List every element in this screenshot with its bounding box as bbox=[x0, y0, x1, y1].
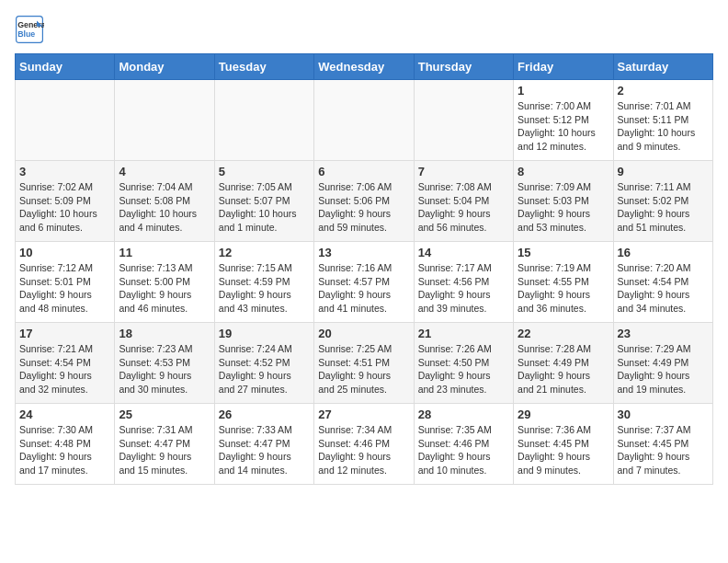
calendar-cell: 23Sunrise: 7:29 AM Sunset: 4:49 PM Dayli… bbox=[613, 323, 712, 404]
day-number: 15 bbox=[518, 246, 609, 259]
weekday-header-thursday: Thursday bbox=[414, 54, 513, 80]
day-info: Sunrise: 7:04 AM Sunset: 5:08 PM Dayligh… bbox=[119, 180, 210, 235]
day-number: 1 bbox=[518, 84, 609, 98]
calendar-cell bbox=[214, 80, 313, 161]
day-info: Sunrise: 7:15 AM Sunset: 4:59 PM Dayligh… bbox=[219, 261, 310, 316]
weekday-header-saturday: Saturday bbox=[613, 54, 712, 80]
day-info: Sunrise: 7:30 AM Sunset: 4:48 PM Dayligh… bbox=[19, 423, 110, 477]
day-number: 16 bbox=[618, 246, 709, 259]
calendar-cell: 18Sunrise: 7:23 AM Sunset: 4:53 PM Dayli… bbox=[115, 323, 214, 404]
calendar-cell bbox=[16, 80, 115, 161]
day-info: Sunrise: 7:08 AM Sunset: 5:04 PM Dayligh… bbox=[418, 180, 509, 235]
calendar-cell: 6Sunrise: 7:06 AM Sunset: 5:06 PM Daylig… bbox=[314, 161, 414, 242]
day-info: Sunrise: 7:37 AM Sunset: 4:45 PM Dayligh… bbox=[618, 423, 709, 477]
day-number: 9 bbox=[618, 165, 709, 178]
day-info: Sunrise: 7:34 AM Sunset: 4:46 PM Dayligh… bbox=[318, 423, 409, 477]
day-number: 18 bbox=[119, 327, 210, 340]
calendar-cell: 2Sunrise: 7:01 AM Sunset: 5:11 PM Daylig… bbox=[613, 80, 712, 161]
calendar-cell: 9Sunrise: 7:11 AM Sunset: 5:02 PM Daylig… bbox=[613, 161, 712, 242]
day-number: 8 bbox=[518, 165, 609, 178]
svg-text:Blue: Blue bbox=[17, 29, 35, 39]
day-number: 6 bbox=[318, 165, 409, 178]
calendar-cell: 15Sunrise: 7:19 AM Sunset: 4:55 PM Dayli… bbox=[514, 242, 613, 323]
calendar-cell: 5Sunrise: 7:05 AM Sunset: 5:07 PM Daylig… bbox=[214, 161, 313, 242]
day-number: 26 bbox=[219, 408, 310, 421]
calendar-cell: 13Sunrise: 7:16 AM Sunset: 4:57 PM Dayli… bbox=[314, 242, 414, 323]
calendar-week-row: 10Sunrise: 7:12 AM Sunset: 5:01 PM Dayli… bbox=[16, 242, 713, 323]
calendar-cell: 7Sunrise: 7:08 AM Sunset: 5:04 PM Daylig… bbox=[414, 161, 513, 242]
day-info: Sunrise: 7:02 AM Sunset: 5:09 PM Dayligh… bbox=[19, 180, 110, 235]
day-number: 27 bbox=[318, 408, 409, 421]
day-number: 2 bbox=[618, 84, 709, 98]
day-number: 23 bbox=[618, 327, 709, 340]
day-number: 24 bbox=[19, 408, 110, 421]
day-number: 30 bbox=[618, 408, 709, 421]
calendar-cell: 11Sunrise: 7:13 AM Sunset: 5:00 PM Dayli… bbox=[115, 242, 214, 323]
day-info: Sunrise: 7:01 AM Sunset: 5:11 PM Dayligh… bbox=[618, 99, 709, 154]
day-info: Sunrise: 7:26 AM Sunset: 4:50 PM Dayligh… bbox=[418, 342, 509, 396]
calendar-cell: 30Sunrise: 7:37 AM Sunset: 4:45 PM Dayli… bbox=[613, 404, 712, 485]
calendar-cell: 20Sunrise: 7:25 AM Sunset: 4:51 PM Dayli… bbox=[314, 323, 414, 404]
calendar-table: SundayMondayTuesdayWednesdayThursdayFrid… bbox=[15, 53, 713, 485]
calendar-week-row: 3Sunrise: 7:02 AM Sunset: 5:09 PM Daylig… bbox=[16, 161, 713, 242]
calendar-week-row: 1Sunrise: 7:00 AM Sunset: 5:12 PM Daylig… bbox=[16, 80, 713, 161]
day-number: 13 bbox=[318, 246, 409, 259]
calendar-header-row: SundayMondayTuesdayWednesdayThursdayFrid… bbox=[16, 54, 713, 80]
calendar-cell: 4Sunrise: 7:04 AM Sunset: 5:08 PM Daylig… bbox=[115, 161, 214, 242]
calendar-cell: 26Sunrise: 7:33 AM Sunset: 4:47 PM Dayli… bbox=[214, 404, 313, 485]
day-info: Sunrise: 7:09 AM Sunset: 5:03 PM Dayligh… bbox=[518, 180, 609, 235]
header: General Blue bbox=[15, 15, 713, 44]
calendar-cell: 14Sunrise: 7:17 AM Sunset: 4:56 PM Dayli… bbox=[414, 242, 513, 323]
calendar-cell: 24Sunrise: 7:30 AM Sunset: 4:48 PM Dayli… bbox=[16, 404, 115, 485]
logo: General Blue bbox=[15, 15, 48, 44]
day-number: 7 bbox=[418, 165, 509, 178]
calendar-cell: 12Sunrise: 7:15 AM Sunset: 4:59 PM Dayli… bbox=[214, 242, 313, 323]
day-info: Sunrise: 7:13 AM Sunset: 5:00 PM Dayligh… bbox=[119, 261, 210, 316]
day-number: 11 bbox=[119, 246, 210, 259]
day-number: 14 bbox=[418, 246, 509, 259]
day-number: 28 bbox=[418, 408, 509, 421]
day-number: 4 bbox=[119, 165, 210, 178]
weekday-header-monday: Monday bbox=[115, 54, 214, 80]
calendar-cell: 27Sunrise: 7:34 AM Sunset: 4:46 PM Dayli… bbox=[314, 404, 414, 485]
calendar-cell: 17Sunrise: 7:21 AM Sunset: 4:54 PM Dayli… bbox=[16, 323, 115, 404]
day-number: 29 bbox=[518, 408, 609, 421]
calendar-cell bbox=[414, 80, 513, 161]
calendar-cell bbox=[115, 80, 214, 161]
day-info: Sunrise: 7:29 AM Sunset: 4:49 PM Dayligh… bbox=[618, 342, 709, 396]
weekday-header-tuesday: Tuesday bbox=[214, 54, 313, 80]
day-info: Sunrise: 7:33 AM Sunset: 4:47 PM Dayligh… bbox=[219, 423, 310, 477]
day-number: 5 bbox=[219, 165, 310, 178]
calendar-cell: 19Sunrise: 7:24 AM Sunset: 4:52 PM Dayli… bbox=[214, 323, 313, 404]
logo-icon: General Blue bbox=[15, 15, 44, 44]
day-info: Sunrise: 7:23 AM Sunset: 4:53 PM Dayligh… bbox=[119, 342, 210, 396]
day-number: 20 bbox=[318, 327, 409, 340]
calendar-cell: 8Sunrise: 7:09 AM Sunset: 5:03 PM Daylig… bbox=[514, 161, 613, 242]
day-info: Sunrise: 7:19 AM Sunset: 4:55 PM Dayligh… bbox=[518, 261, 609, 316]
weekday-header-sunday: Sunday bbox=[16, 54, 115, 80]
calendar-cell: 16Sunrise: 7:20 AM Sunset: 4:54 PM Dayli… bbox=[613, 242, 712, 323]
day-number: 25 bbox=[119, 408, 210, 421]
day-info: Sunrise: 7:17 AM Sunset: 4:56 PM Dayligh… bbox=[418, 261, 509, 316]
calendar-week-row: 17Sunrise: 7:21 AM Sunset: 4:54 PM Dayli… bbox=[16, 323, 713, 404]
day-number: 3 bbox=[19, 165, 110, 178]
calendar-cell: 25Sunrise: 7:31 AM Sunset: 4:47 PM Dayli… bbox=[115, 404, 214, 485]
day-info: Sunrise: 7:28 AM Sunset: 4:49 PM Dayligh… bbox=[518, 342, 609, 396]
calendar-cell: 22Sunrise: 7:28 AM Sunset: 4:49 PM Dayli… bbox=[514, 323, 613, 404]
calendar-cell: 10Sunrise: 7:12 AM Sunset: 5:01 PM Dayli… bbox=[16, 242, 115, 323]
calendar-cell: 29Sunrise: 7:36 AM Sunset: 4:45 PM Dayli… bbox=[514, 404, 613, 485]
calendar-cell: 21Sunrise: 7:26 AM Sunset: 4:50 PM Dayli… bbox=[414, 323, 513, 404]
day-number: 12 bbox=[219, 246, 310, 259]
weekday-header-wednesday: Wednesday bbox=[314, 54, 414, 80]
day-info: Sunrise: 7:11 AM Sunset: 5:02 PM Dayligh… bbox=[618, 180, 709, 235]
day-info: Sunrise: 7:35 AM Sunset: 4:46 PM Dayligh… bbox=[418, 423, 509, 477]
day-info: Sunrise: 7:24 AM Sunset: 4:52 PM Dayligh… bbox=[219, 342, 310, 396]
calendar-cell: 1Sunrise: 7:00 AM Sunset: 5:12 PM Daylig… bbox=[514, 80, 613, 161]
day-info: Sunrise: 7:25 AM Sunset: 4:51 PM Dayligh… bbox=[318, 342, 409, 396]
day-number: 19 bbox=[219, 327, 310, 340]
day-number: 17 bbox=[19, 327, 110, 340]
calendar-week-row: 24Sunrise: 7:30 AM Sunset: 4:48 PM Dayli… bbox=[16, 404, 713, 485]
day-info: Sunrise: 7:05 AM Sunset: 5:07 PM Dayligh… bbox=[219, 180, 310, 235]
day-info: Sunrise: 7:16 AM Sunset: 4:57 PM Dayligh… bbox=[318, 261, 409, 316]
day-info: Sunrise: 7:00 AM Sunset: 5:12 PM Dayligh… bbox=[518, 99, 609, 154]
